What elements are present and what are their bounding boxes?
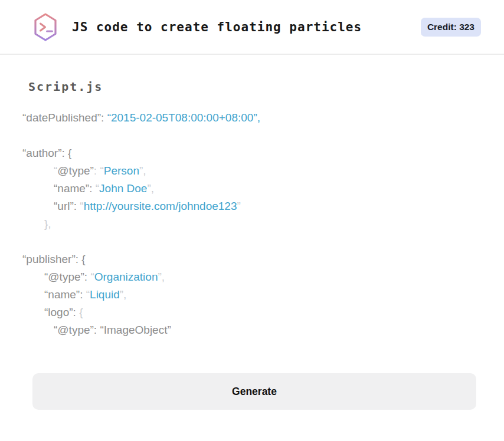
- code-token: Organization: [94, 271, 158, 283]
- code-token: Person: [104, 164, 139, 177]
- code-token: John Doe: [99, 182, 147, 195]
- code-line: “@type”: “Person”,: [22, 162, 476, 180]
- code-token: http://yoursite.com/johndoe123: [84, 200, 237, 212]
- code-line-blank: [22, 127, 476, 144]
- code-token: “name”:: [44, 288, 86, 301]
- code-line: “@type”: “ImageObject”: [22, 321, 476, 339]
- code-line: “name”: “Liquid”,: [22, 286, 476, 304]
- code-token: ”,: [120, 288, 127, 301]
- terminal-prompt-hexagon-icon: [32, 12, 58, 42]
- code-line: “publisher”: {: [22, 251, 476, 268]
- code-token: “publisher”: {: [22, 253, 86, 265]
- code-token: },: [44, 218, 51, 230]
- code-token: “name”:: [54, 182, 96, 195]
- code-line: “name”: “John Doe”,: [22, 180, 476, 198]
- code-token: @type”: [57, 164, 94, 177]
- code-token: : “: [94, 164, 104, 177]
- code-line: },: [22, 215, 476, 233]
- code-token: ”,: [158, 271, 165, 283]
- code-block: “datePublished”: “2015-02-05T08:00:00+08…: [22, 109, 476, 339]
- code-token: “logo”:: [44, 306, 79, 318]
- code-token: “@type”:: [44, 271, 90, 283]
- generate-button[interactable]: Generate: [32, 373, 476, 410]
- code-line: “author”: {: [22, 144, 476, 162]
- script-filename: Script.js: [22, 80, 476, 94]
- code-token: “2015-02-05T08:00:00+08:00”,: [107, 111, 260, 124]
- code-token: “url”:: [54, 200, 80, 212]
- header: JS code to create floating particles Cre…: [0, 0, 504, 55]
- code-token: ”,: [139, 164, 146, 177]
- button-row: Generate: [0, 373, 504, 410]
- app-logo: [32, 12, 58, 42]
- code-token: ”,: [147, 182, 154, 195]
- code-token: “author”: {: [22, 147, 71, 159]
- code-token: ”: [237, 200, 241, 212]
- main-content: Script.js “datePublished”: “2015-02-05T0…: [0, 55, 504, 339]
- code-line: “datePublished”: “2015-02-05T08:00:00+08…: [22, 109, 476, 127]
- code-token: Liquid: [90, 288, 120, 301]
- page-title: JS code to create floating particles: [72, 20, 421, 34]
- credit-badge: Credit: 323: [421, 18, 481, 37]
- code-line-blank: [22, 233, 476, 251]
- code-line: “@type”: “Organization”,: [22, 268, 476, 286]
- code-line: “logo”: {: [22, 304, 476, 321]
- code-token: “@type”: “ImageObject”: [54, 324, 171, 336]
- code-line: “url”: “http://yoursite.com/johndoe123”: [22, 198, 476, 215]
- code-token: “datePublished”:: [22, 111, 107, 124]
- code-token: {: [79, 306, 83, 318]
